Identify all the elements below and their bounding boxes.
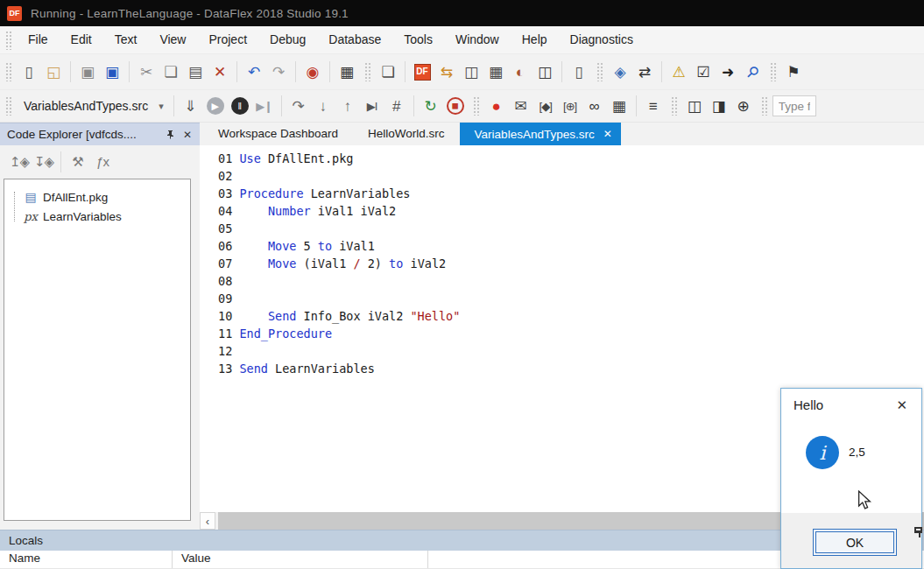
watch-table-icon[interactable]: ▦ [608,95,631,117]
menu-edit[interactable]: Edit [60,26,103,53]
menu-window[interactable]: Window [444,26,511,53]
database-grid-icon[interactable]: ◨ [708,95,730,117]
record-macro-icon[interactable]: ◉ [301,60,324,83]
scroll-left-arrow[interactable]: ‹ [200,512,215,530]
dialog-title: Hello [794,397,823,412]
menu-diagnostics[interactable]: Diagnostics [559,26,645,53]
todo-list-icon[interactable]: ☑ [692,60,715,83]
menu-debug[interactable]: Debug [258,26,317,53]
dialog-title-bar[interactable]: Hello ✕ [781,389,921,422]
tab-helloworld-src[interactable]: HelloWorld.src [353,123,460,145]
call-stack-icon[interactable]: ≡ [642,95,665,117]
database-web-icon[interactable]: ⊕ [732,95,755,117]
locals-column-name[interactable]: Name [0,551,173,568]
functions-icon[interactable]: ƒx [91,151,114,173]
tree-item-learnvariables[interactable]: pxLearnVariables [11,207,187,226]
chevron-down-icon: ▾ [159,101,164,112]
toolbar-grip[interactable] [364,62,372,81]
tab-close-icon[interactable]: ✕ [603,129,612,139]
paste-icon[interactable]: ▤ [184,60,207,83]
redo-icon[interactable]: ↷ [267,60,290,83]
set-next-statement-icon[interactable]: # [385,95,408,117]
code-token: Procedure [239,186,303,200]
menu-bar: FileEditTextViewProjectDebugDatabaseTool… [0,26,924,54]
menu-view[interactable]: View [148,26,197,53]
load-down-icon[interactable]: ↧◈ [32,151,55,173]
workspace-explorer-icon[interactable]: ⇆ [435,60,458,83]
compile-icon[interactable]: ⇓ [180,95,202,117]
find-in-tables-icon[interactable]: ◫ [533,60,556,83]
locals-column-value[interactable]: Value [173,551,428,568]
run-step-icon[interactable]: ▶❙ [253,95,276,117]
form-report-icon[interactable]: ❏ [377,60,399,83]
menu-project[interactable]: Project [197,26,258,53]
cut-icon[interactable]: ✂ [135,60,158,83]
toolbar-separator [661,61,662,82]
tree-item-label: LearnVariables [43,210,122,223]
type-filter-input[interactable] [772,95,816,116]
bookmark-icon[interactable]: ⚑ [782,60,805,83]
pin-icon[interactable] [161,126,179,144]
menu-database[interactable]: Database [317,26,392,53]
toolbar-grip[interactable] [5,62,13,81]
code-explorer-tree[interactable]: ▤DfAllEnt.pkgpxLearnVariables [4,179,191,521]
compiler-warnings-icon[interactable]: ⚠ [667,60,690,83]
dialog-close-icon[interactable]: ✕ [892,397,911,412]
style-palette-icon[interactable]: ◐ [509,60,532,83]
send-message-icon[interactable]: ✉ [510,95,533,117]
delete-icon[interactable]: ✕ [208,60,231,83]
menu-grip[interactable] [5,31,13,50]
object-browser-icon[interactable]: ◈ [609,60,631,83]
toolbar-grip[interactable] [473,96,481,116]
table-editor-icon[interactable]: ▦ [484,60,507,83]
load-up-icon[interactable]: ↥◈ [8,151,31,173]
menu-file[interactable]: File [17,26,60,53]
step-into-icon[interactable]: ↓ [312,95,335,117]
database-table-icon[interactable]: ◫ [683,95,706,117]
new-file-icon[interactable]: ▯ [18,60,40,83]
exit-icon[interactable]: ➜ [716,60,739,83]
set-next-statement-icon: # [392,99,400,114]
tree-item-dfallent-pkg[interactable]: ▤DfAllEnt.pkg [11,187,187,207]
restart-icon[interactable]: ↻ [420,95,442,117]
toolbar-grip[interactable] [770,62,778,81]
data-dictionary-icon[interactable]: ◫ [460,60,483,83]
open-file-icon[interactable]: ◱ [42,60,65,83]
menu-tools[interactable]: Tools [392,26,444,53]
copy-icon: ❏ [164,65,177,80]
synchronize-icon[interactable]: ⇄ [633,60,656,83]
toolbar-grip[interactable] [761,96,769,116]
locals-pin-icon[interactable] [914,527,924,540]
print-icon[interactable]: ▦ [335,60,358,83]
watch-object-icon[interactable]: [◆] [534,95,557,117]
code-preview-icon[interactable]: ⚲ [741,60,764,83]
step-out-icon[interactable]: ↑ [336,95,359,117]
undo-icon[interactable]: ↶ [243,60,265,83]
toolbar-grip[interactable] [5,96,13,116]
tab-workspace-dashboard[interactable]: Workspace Dashboard [203,123,353,145]
new-source-icon[interactable]: ▯ [568,60,590,83]
toolbar-grip[interactable] [671,96,679,116]
source-file-combobox[interactable]: VariablesAndTypes.src▾ [18,96,169,116]
menu-help[interactable]: Help [511,26,559,53]
ok-button[interactable]: OK [813,529,897,556]
pause-icon[interactable]: ‖ [229,95,251,117]
save-all-icon[interactable]: ▣ [101,60,123,83]
configure-icon[interactable]: ⚒ [67,151,89,173]
toggle-breakpoint-icon[interactable]: ● [485,95,508,117]
inspector-icon[interactable]: ∞ [583,95,606,117]
stop-icon[interactable]: ◼ [444,95,467,117]
step-over-icon[interactable]: ↷ [287,95,310,117]
copy-icon[interactable]: ❏ [159,60,182,83]
save-icon[interactable]: ▣ [76,60,99,83]
run-icon[interactable]: ▶ [204,95,227,117]
watch-global-icon[interactable]: [⊕] [559,95,582,117]
run-icon: ▶ [207,97,224,115]
tab-variablesandtypes-src[interactable]: VariablesAndTypes.src✕ [460,123,621,145]
dataflex-studio-icon[interactable]: DF [411,60,434,83]
line-number: 07 [218,256,239,270]
toolbar-grip[interactable] [596,62,604,81]
menu-text[interactable]: Text [103,26,149,53]
run-to-cursor-icon[interactable]: ▶I [361,95,384,117]
close-icon[interactable]: ✕ [179,126,196,144]
